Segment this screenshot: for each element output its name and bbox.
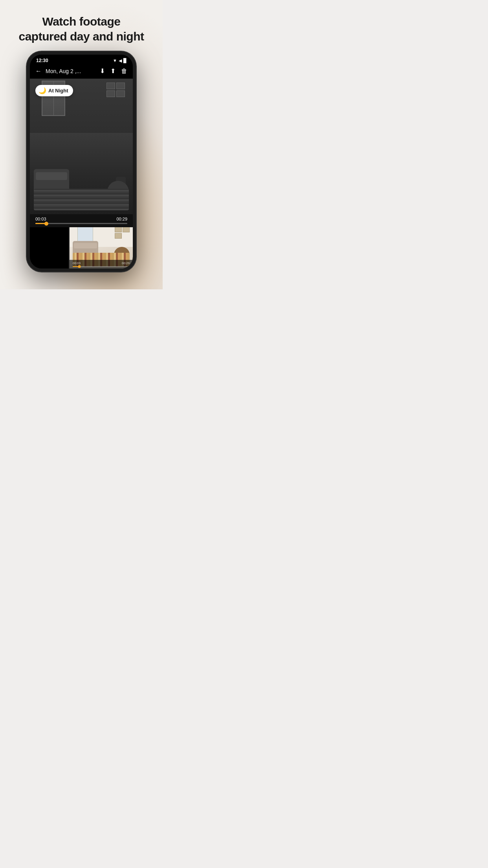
back-button[interactable]: ← bbox=[35, 68, 42, 75]
status-icons: ▼ ◀ ▉ bbox=[113, 58, 127, 63]
picture-4 bbox=[116, 90, 125, 97]
thumb-pictures bbox=[115, 227, 130, 239]
thumb-current-time: 00:03 bbox=[73, 261, 81, 265]
delete-button[interactable]: 🗑 bbox=[121, 68, 127, 75]
progress-area: 00:03 00:29 bbox=[30, 214, 133, 227]
color-thumbnail[interactable]: 00:03 00:29 bbox=[69, 227, 133, 268]
phone-wrapper: 12:30 ▼ ◀ ▉ ← Mon, Aug 2 ,... ⬇ ⬆ 🗑 bbox=[0, 51, 163, 272]
status-time: 12:30 bbox=[36, 58, 48, 63]
phone-side-button bbox=[135, 102, 136, 118]
current-time: 00:03 bbox=[35, 217, 46, 221]
battery-icon: ▉ bbox=[123, 58, 127, 63]
wifi-icon: ▼ bbox=[113, 58, 117, 63]
nav-actions: ⬇ ⬆ 🗑 bbox=[100, 67, 127, 75]
wall-pictures bbox=[106, 83, 125, 97]
thumb-pic-1 bbox=[115, 227, 122, 232]
nav-left: ← Mon, Aug 2 ,... bbox=[35, 68, 81, 75]
progress-track[interactable] bbox=[35, 223, 127, 224]
progress-thumb[interactable] bbox=[44, 222, 48, 226]
night-badge: 🌙 At Night bbox=[35, 85, 73, 96]
nav-title: Mon, Aug 2 ,... bbox=[46, 68, 81, 74]
thumb-time-row: 00:03 00:29 bbox=[73, 261, 130, 265]
nav-bar: ← Mon, Aug 2 ,... ⬇ ⬆ 🗑 bbox=[30, 65, 133, 79]
night-vision-frame bbox=[30, 79, 133, 214]
room-sofa bbox=[34, 169, 69, 191]
bottom-area: 00:03 00:29 bbox=[30, 227, 133, 268]
thumbnail-progress: 00:03 00:29 bbox=[70, 260, 133, 268]
status-bar: 12:30 ▼ ◀ ▉ bbox=[30, 55, 133, 65]
share-button[interactable]: ⬆ bbox=[110, 67, 116, 75]
thumb-track[interactable] bbox=[73, 266, 130, 267]
thumb-pic-2 bbox=[123, 227, 130, 232]
headline-area: Watch footage captured day and night bbox=[0, 0, 163, 51]
end-time: 00:29 bbox=[116, 217, 127, 221]
picture-3 bbox=[106, 90, 115, 97]
moon-icon: 🌙 bbox=[39, 87, 46, 94]
picture-2 bbox=[116, 83, 125, 89]
picture-1 bbox=[106, 83, 115, 89]
video-player[interactable]: 🌙 At Night bbox=[30, 79, 133, 214]
night-badge-text: At Night bbox=[48, 88, 68, 94]
headline-text: Watch footage captured day and night bbox=[12, 14, 151, 44]
signal-icon: ◀ bbox=[119, 58, 122, 63]
thumb-scrubber[interactable] bbox=[78, 265, 81, 268]
thumb-pic-3 bbox=[115, 233, 122, 239]
room-rug bbox=[34, 189, 129, 210]
download-button[interactable]: ⬇ bbox=[100, 67, 105, 75]
time-row: 00:03 00:29 bbox=[35, 217, 127, 221]
phone-device: 12:30 ▼ ◀ ▉ ← Mon, Aug 2 ,... ⬇ ⬆ 🗑 bbox=[27, 51, 136, 272]
thumb-end-time: 00:29 bbox=[122, 261, 130, 265]
